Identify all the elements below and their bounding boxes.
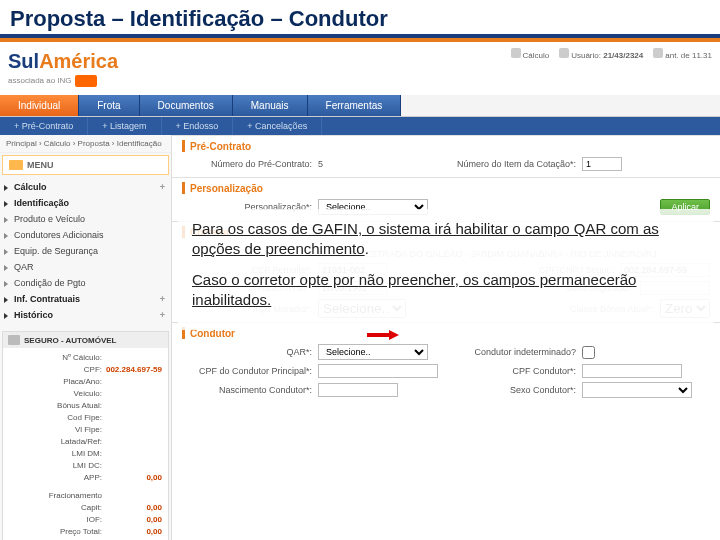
logo: SulAmérica [8, 50, 118, 73]
menu-produto-veiculo[interactable]: Produto e Veículo [4, 211, 167, 227]
clock-icon [653, 48, 663, 58]
menu-icon [9, 160, 23, 170]
cpf-condutor-input[interactable] [582, 364, 682, 378]
qar-select[interactable]: Selecione.. [318, 344, 428, 360]
tab-documentos[interactable]: Documentos [140, 95, 233, 116]
logo-sub: associada ao ING [8, 75, 118, 87]
item-cotacao-input[interactable] [582, 157, 622, 171]
sidebar: Principal › Cálculo › Proposta › Identif… [0, 135, 172, 540]
section-precontrato: Pré-Contrato Número do Pré-Contrato:5 Nú… [172, 135, 720, 177]
user-icon [559, 48, 569, 58]
annotation-overlay: Para os casos de GAFIN, o sistema irá ha… [178, 209, 714, 330]
user-bar: Cálculo Usuário: 21/43/2324 ant. de 11.3… [511, 48, 713, 60]
menu-historico[interactable]: Histórico+ [4, 307, 167, 323]
seguro-summary: SEGURO - AUTOMÓVEL Nº Cálculo: CPF:002.2… [2, 331, 169, 540]
section-condutor: Condutor QAR*:Selecione.. Condutor indet… [172, 322, 720, 404]
sub-tabs: + Pré-Contrato + Listagem + Endosso + Ca… [0, 117, 720, 135]
subtab-precontrato[interactable]: + Pré-Contrato [0, 117, 88, 135]
tab-manuais[interactable]: Manuais [233, 95, 308, 116]
red-arrow-icon [367, 330, 401, 340]
menu-inf-contratuais[interactable]: Inf. Contratuais+ [4, 291, 167, 307]
tab-frota[interactable]: Frota [79, 95, 139, 116]
menu-equip-seguranca[interactable]: Equip. de Segurança [4, 243, 167, 259]
ing-icon [75, 75, 97, 87]
subtab-endosso[interactable]: + Endosso [162, 117, 234, 135]
breadcrumb: Principal › Cálculo › Proposta › Identif… [0, 135, 171, 153]
condutor-indet-checkbox[interactable] [582, 346, 595, 359]
tab-individual[interactable]: Individual [0, 95, 79, 116]
menu-calculo[interactable]: Cálculo+ [4, 179, 167, 195]
cpf-principal-input[interactable] [318, 364, 438, 378]
app-screenshot: Cálculo Usuário: 21/43/2324 ant. de 11.3… [0, 46, 720, 540]
menu-header: MENU [2, 155, 169, 175]
menu-identificacao[interactable]: Identificação [4, 195, 167, 211]
calc-icon [511, 48, 521, 58]
menu-qar[interactable]: QAR [4, 259, 167, 275]
car-icon [8, 335, 20, 345]
subtab-cancelacoes[interactable]: + Cancelações [233, 117, 322, 135]
sexo-condutor-select[interactable] [582, 382, 692, 398]
menu-condutores-adic[interactable]: Condutores Adicionais [4, 227, 167, 243]
menu-condicao-pgto[interactable]: Condição de Pgto [4, 275, 167, 291]
slide-title: Proposta – Identificação – Condutor [0, 0, 720, 38]
nasc-condutor-input[interactable] [318, 383, 398, 397]
calc-link[interactable]: Cálculo [523, 51, 550, 60]
nav-tabs: Individual Frota Documentos Manuais Ferr… [0, 95, 720, 117]
subtab-listagem[interactable]: + Listagem [88, 117, 161, 135]
side-menu: Cálculo+ Identificação Produto e Veículo… [0, 177, 171, 325]
main-panel: Pré-Contrato Número do Pré-Contrato:5 Nú… [172, 135, 720, 540]
tab-ferramentas[interactable]: Ferramentas [308, 95, 402, 116]
